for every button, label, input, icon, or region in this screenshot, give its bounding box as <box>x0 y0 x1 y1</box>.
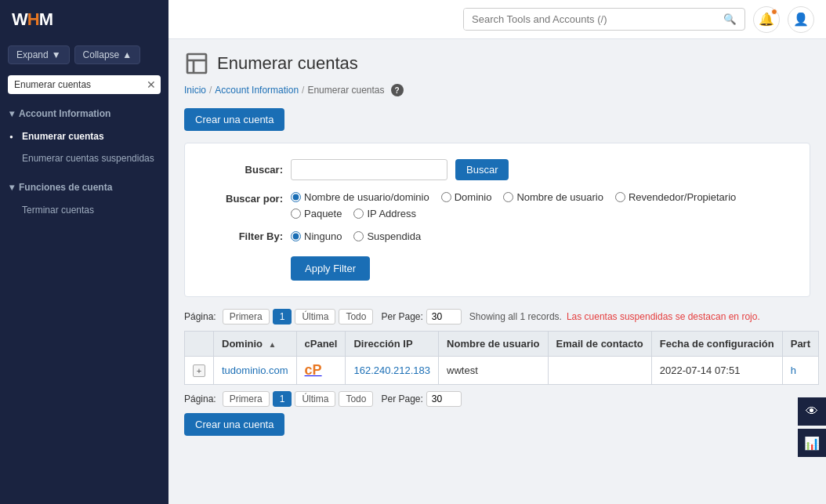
ip-link[interactable]: 162.240.212.183 <box>353 364 430 376</box>
sidebar-search-input[interactable] <box>8 75 161 94</box>
todo-button-bottom[interactable]: Todo <box>339 391 373 407</box>
per-page-label-bottom: Per Page: <box>381 393 422 404</box>
ip-cell: 162.240.212.183 <box>346 357 439 385</box>
search-input[interactable] <box>464 9 716 30</box>
radio-revendedor-propietario[interactable]: Revendedor/Propietario <box>615 191 736 203</box>
sidebar-item-terminar-cuentas[interactable]: Terminar cuentas <box>0 199 168 221</box>
sidebar-section-account-information-label: Account Information <box>19 108 110 119</box>
sidebar-section-account-information-header[interactable]: ▾ Account Information <box>0 102 168 125</box>
sidebar-section-account-information: ▾ Account Information Enumerar cuentas E… <box>0 99 168 172</box>
sidebar-section-funciones-label: Funciones de cuenta <box>19 182 112 193</box>
breadcrumb-current: Enumerar cuentas <box>307 85 384 96</box>
radio-suspendida[interactable]: Suspendida <box>353 230 421 242</box>
user-icon: 👤 <box>793 12 809 27</box>
buscar-button[interactable]: Buscar <box>455 159 509 180</box>
todo-button-top[interactable]: Todo <box>339 309 373 325</box>
expand-button[interactable]: Expand ▼ <box>8 45 70 64</box>
sidebar-item-terminar-cuentas-label: Terminar cuentas <box>22 205 94 216</box>
breadcrumb-account-information[interactable]: Account Information <box>215 85 299 96</box>
topbar: 🔍 🔔 👤 <box>168 0 826 39</box>
radio-ip-address-label: IP Address <box>367 208 416 219</box>
radio-nombre-usuario[interactable]: Nombre de usuario <box>503 191 603 203</box>
radio-ninguno[interactable]: Ninguno <box>291 230 342 242</box>
sidebar-item-enumerar-cuentas[interactable]: Enumerar cuentas <box>0 125 168 147</box>
buscar-input[interactable] <box>291 159 447 180</box>
radio-nombre-usuario-label: Nombre de usuario <box>516 191 603 203</box>
filter-by-row: Filter By: Ninguno Suspendida <box>205 230 790 242</box>
per-page-input-bottom[interactable] <box>426 391 462 407</box>
suspended-info: Las cuentas suspendidas se destacan en r… <box>567 311 760 322</box>
page-content: Enumerar cuentas Inicio / Account Inform… <box>168 39 826 504</box>
ultima-button-top[interactable]: Última <box>295 309 335 325</box>
apply-filter-container: Apply Filter <box>205 253 790 281</box>
buscar-por-label: Buscar por: <box>205 191 283 205</box>
records-info: Showing all 1 records. <box>469 311 562 322</box>
floating-icons: 👁 📊 <box>798 397 826 457</box>
breadcrumb: Inicio / Account Information / Enumerar … <box>184 84 810 96</box>
sidebar-search-container: ✕ <box>8 75 161 94</box>
col-cpanel: cPanel <box>296 332 346 357</box>
user-menu-button[interactable]: 👤 <box>788 6 814 33</box>
sort-arrow-dominio: ▲ <box>269 340 277 349</box>
search-button[interactable]: 🔍 <box>716 9 744 30</box>
sidebar-logo: WHM <box>0 0 168 39</box>
col-fecha: Fecha de configuración <box>651 332 782 357</box>
floating-icon-2[interactable]: 📊 <box>798 429 826 457</box>
ultima-button-bottom[interactable]: Última <box>295 391 335 407</box>
radio-dominio[interactable]: Dominio <box>441 191 492 203</box>
expand-icon: ▼ <box>52 49 61 60</box>
search-bar: 🔍 <box>463 8 745 31</box>
sidebar-item-enumerar-cuentas-suspendidas[interactable]: Enumerar cuentas suspendidas <box>0 147 168 169</box>
sidebar-search-clear[interactable]: ✕ <box>147 79 156 90</box>
apply-filter-button[interactable]: Apply Filter <box>291 256 370 281</box>
cpanel-link[interactable]: cP <box>305 365 322 377</box>
sidebar-item-enumerar-cuentas-suspendidas-label: Enumerar cuentas suspendidas <box>22 153 154 164</box>
chevron-down-icon: ▾ <box>9 108 14 119</box>
breadcrumb-inicio[interactable]: Inicio <box>184 85 206 96</box>
filter-by-group: Ninguno Suspendida <box>291 230 421 242</box>
page-title: Enumerar cuentas <box>217 53 358 74</box>
bottom-buttons: Crear una cuenta <box>184 413 810 436</box>
radio-ip-address[interactable]: IP Address <box>353 208 416 219</box>
sidebar-section-funciones-header[interactable]: ▾ Funciones de cuenta <box>0 176 168 199</box>
expand-row-button[interactable]: + <box>193 364 205 377</box>
col-dominio[interactable]: Dominio ▲ <box>214 332 297 357</box>
radio-ninguno-label: Ninguno <box>304 230 342 242</box>
buscar-por-group-1: Nombre de usuario/dominio Dominio Nombre… <box>291 191 736 203</box>
pagina-label-bottom: Página: <box>184 393 216 404</box>
notifications-button[interactable]: 🔔 <box>753 6 780 33</box>
radio-nombre-usuario-dominio-label: Nombre de usuario/dominio <box>304 191 429 203</box>
accounts-table: Dominio ▲ cPanel Dirección IP Nombre de … <box>184 331 819 385</box>
radio-paquete-label: Paquete <box>304 208 342 219</box>
pagina-label-top: Página: <box>184 311 216 322</box>
col-part: Part <box>782 332 818 357</box>
per-page-label-top: Per Page: <box>381 311 422 322</box>
floating-icon-1[interactable]: 👁 <box>798 397 826 426</box>
dominio-link[interactable]: tudominio.com <box>222 364 288 376</box>
page-icon <box>184 51 209 76</box>
collapse-button[interactable]: Collapse ▲ <box>74 45 141 64</box>
radio-nombre-usuario-dominio[interactable]: Nombre de usuario/dominio <box>291 191 429 203</box>
buscar-por-row: Buscar por: Nombre de usuario/dominio Do… <box>205 191 790 219</box>
create-account-button-bottom[interactable]: Crear una cuenta <box>184 413 284 436</box>
radio-paquete[interactable]: Paquete <box>291 208 342 219</box>
sidebar-controls: Expand ▼ Collapse ▲ <box>0 39 168 71</box>
svg-rect-0 <box>187 54 206 73</box>
primera-button-top[interactable]: Primera <box>223 309 270 325</box>
col-email: Email de contacto <box>548 332 651 357</box>
col-usuario: Nombre de usuario <box>439 332 548 357</box>
page-num-bottom[interactable]: 1 <box>273 391 292 407</box>
page-header: Enumerar cuentas <box>184 51 810 76</box>
primera-button-bottom[interactable]: Primera <box>223 391 270 407</box>
buscar-por-options: Nombre de usuario/dominio Dominio Nombre… <box>291 191 736 219</box>
floating-icon-1-glyph: 👁 <box>806 404 818 419</box>
page-num-top[interactable]: 1 <box>273 309 292 325</box>
help-icon[interactable]: ? <box>391 84 404 96</box>
filter-by-label: Filter By: <box>205 230 283 242</box>
per-page-input-top[interactable] <box>426 309 462 325</box>
radio-revendedor-propietario-label: Revendedor/Propietario <box>629 191 736 203</box>
breadcrumb-sep-1: / <box>209 85 212 96</box>
create-account-button-top[interactable]: Crear una cuenta <box>184 108 284 131</box>
radio-dominio-label: Dominio <box>455 191 492 203</box>
part-link[interactable]: h <box>791 364 796 376</box>
